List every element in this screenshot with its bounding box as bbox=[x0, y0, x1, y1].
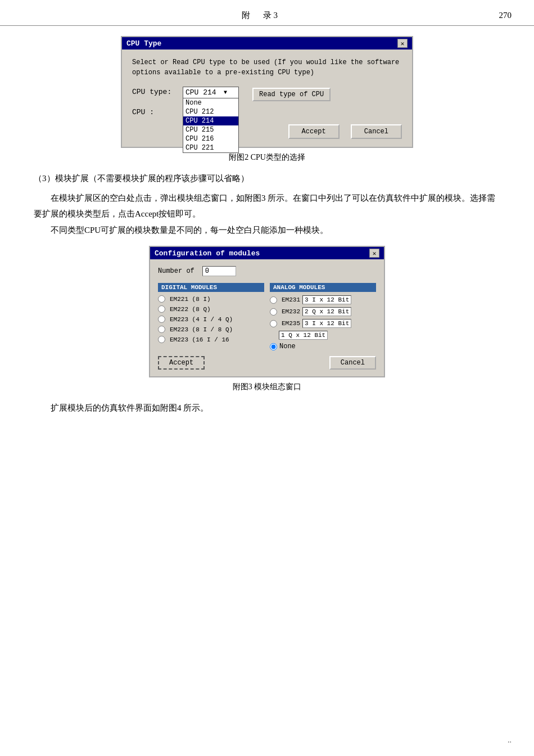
cpu-label2: CPU : bbox=[132, 107, 177, 116]
em232-label: EM232 bbox=[282, 308, 300, 315]
main-content: CPU Type ✕ Select or Read CPU type to be… bbox=[0, 36, 534, 416]
em231-label: EM231 bbox=[282, 296, 300, 303]
modules-dialog-title: Configuration of modules bbox=[155, 249, 260, 258]
cpu-dropdown-list: None CPU 212 CPU 214 CPU 215 CPU 216 CPU… bbox=[183, 98, 239, 153]
cpu-dialog-close[interactable]: ✕ bbox=[397, 39, 408, 48]
analog-title: ANALOG MODULES bbox=[270, 283, 376, 292]
cpu-dialog-titlebar: CPU Type ✕ bbox=[122, 37, 412, 50]
cpu-row2: CPU : bbox=[132, 107, 402, 116]
modules-cancel-button[interactable]: Cancel bbox=[329, 356, 376, 370]
em223a-label: EM223 (4 I / 4 Q) bbox=[170, 316, 233, 323]
cpu-dialog-buttons: Accept Cancel bbox=[132, 124, 402, 139]
em231-value: 3 I x 12 Bit bbox=[302, 295, 351, 304]
modules-dialog-close[interactable]: ✕ bbox=[369, 249, 379, 258]
em235-label: EM235 bbox=[282, 320, 300, 327]
cpu-option-215[interactable]: CPU 215 bbox=[183, 125, 238, 134]
modules-buttons-row: Accept Cancel bbox=[158, 356, 376, 370]
em223b-label: EM223 (8 I / 8 Q) bbox=[170, 326, 233, 333]
modules-accept-button[interactable]: Accept bbox=[158, 356, 205, 370]
header-center: 附 录3 bbox=[242, 10, 280, 21]
em223a-radio[interactable] bbox=[158, 316, 165, 323]
read-cpu-button[interactable]: Read type of CPU bbox=[252, 88, 331, 101]
em223b-radio[interactable] bbox=[158, 326, 165, 333]
em223b-row: EM223 (8 I / 8 Q) bbox=[158, 326, 264, 333]
fig3-caption: 附图3 模块组态窗口 bbox=[34, 382, 500, 392]
none-label: None bbox=[279, 343, 296, 350]
em223c-radio[interactable] bbox=[158, 336, 165, 343]
cpu-selected-value: CPU 214 bbox=[185, 88, 216, 97]
modules-dialog-body: Number of DIGITAL MODULES EM221 (8 I) EM… bbox=[150, 259, 384, 376]
section3-text2: 不同类型CPU可扩展的模块数量是不同的，每一处空白只能添加一种模块。 bbox=[34, 222, 500, 238]
cpu-option-212[interactable]: CPU 212 bbox=[183, 107, 238, 116]
em223c-label: EM223 (16 I / 16 bbox=[170, 336, 229, 343]
em231-row: EM231 3 I x 12 Bit bbox=[270, 295, 376, 304]
em-extra-value: 1 Q x 12 Bit bbox=[279, 331, 328, 340]
cpu-desc-line1: Select or Read CPU type to be used (If y… bbox=[132, 57, 402, 68]
section3-text1: 在模块扩展区的空白处点击，弹出模块组态窗口，如附图3 所示。在窗口中列出了可以在… bbox=[34, 190, 500, 222]
digital-modules-col: DIGITAL MODULES EM221 (8 I) EM222 (8 Q) … bbox=[158, 283, 264, 350]
number-of-input[interactable] bbox=[202, 266, 236, 276]
em235-row: EM235 3 I x 12 Bit bbox=[270, 319, 376, 328]
modules-columns: DIGITAL MODULES EM221 (8 I) EM222 (8 Q) … bbox=[158, 283, 376, 350]
em222-label: EM222 (8 Q) bbox=[170, 306, 211, 313]
cpu-dropdown-arrow: ▼ bbox=[224, 89, 227, 96]
digital-title: DIGITAL MODULES bbox=[158, 283, 264, 292]
em223c-row: EM223 (16 I / 16 bbox=[158, 336, 264, 343]
number-of-label: Number of bbox=[158, 267, 194, 275]
cpu-option-214[interactable]: CPU 214 bbox=[183, 116, 238, 125]
em221-label: EM221 (8 I) bbox=[170, 296, 211, 303]
cpu-accept-button[interactable]: Accept bbox=[288, 124, 340, 139]
em235-radio[interactable] bbox=[270, 320, 277, 327]
page-number: 270 bbox=[499, 11, 512, 20]
em222-row: EM222 (8 Q) bbox=[158, 305, 264, 313]
cpu-dropdown-selected[interactable]: CPU 214 ▼ bbox=[183, 87, 239, 98]
section3-title: （3）模块扩展（不需要模块扩展的程序该步骤可以省略） bbox=[34, 170, 500, 187]
em232-value: 2 Q x 12 Bit bbox=[302, 307, 351, 316]
cpu-dropdown-wrapper: CPU 214 ▼ None CPU 212 CPU 214 CPU 215 C… bbox=[183, 87, 239, 98]
em235-value: 3 I x 12 Bit bbox=[302, 319, 351, 328]
em232-row: EM232 2 Q x 12 Bit bbox=[270, 307, 376, 316]
modules-dialog-titlebar: Configuration of modules ✕ bbox=[150, 247, 384, 259]
none-row: None bbox=[270, 343, 376, 350]
cpu-cancel-button[interactable]: Cancel bbox=[351, 124, 402, 139]
page-header: 附 录3 270 bbox=[0, 0, 534, 26]
em-extra-row: 1 Q x 12 Bit bbox=[270, 331, 376, 340]
fig2-caption: 附图2 CPU类型的选择 bbox=[34, 152, 500, 163]
cpu-option-221[interactable]: CPU 221 bbox=[183, 143, 238, 152]
analog-modules-col: ANALOG MODULES EM231 3 I x 12 Bit EM232 … bbox=[270, 283, 376, 350]
cpu-type-dialog: CPU Type ✕ Select or Read CPU type to be… bbox=[121, 36, 413, 148]
cpu-type-label: CPU type: bbox=[132, 87, 177, 96]
cpu-dialog-desc: Select or Read CPU type to be used (If y… bbox=[132, 57, 402, 78]
modules-dialog: Configuration of modules ✕ Number of DIG… bbox=[149, 246, 385, 377]
em221-row: EM221 (8 I) bbox=[158, 295, 264, 303]
section4-text: 扩展模块后的仿真软件界面如附图4 所示。 bbox=[34, 400, 500, 416]
cpu-type-row: CPU type: CPU 214 ▼ None CPU 212 CPU 214… bbox=[132, 87, 402, 101]
cpu-option-216[interactable]: CPU 216 bbox=[183, 134, 238, 143]
cpu-dialog-title: CPU Type bbox=[126, 39, 161, 48]
cpu-dialog-body: Select or Read CPU type to be used (If y… bbox=[122, 50, 412, 147]
cpu-option-none[interactable]: None bbox=[183, 98, 238, 107]
em231-radio[interactable] bbox=[270, 296, 277, 304]
em222-radio[interactable] bbox=[158, 305, 165, 313]
em223a-row: EM223 (4 I / 4 Q) bbox=[158, 316, 264, 323]
none-radio[interactable] bbox=[270, 343, 277, 350]
em232-radio[interactable] bbox=[270, 308, 277, 316]
number-of-row: Number of bbox=[158, 266, 376, 276]
cpu-desc-line2: options available to a pre-existing CPU … bbox=[132, 68, 402, 78]
page-dots: .. bbox=[508, 736, 512, 745]
em221-radio[interactable] bbox=[158, 295, 165, 303]
